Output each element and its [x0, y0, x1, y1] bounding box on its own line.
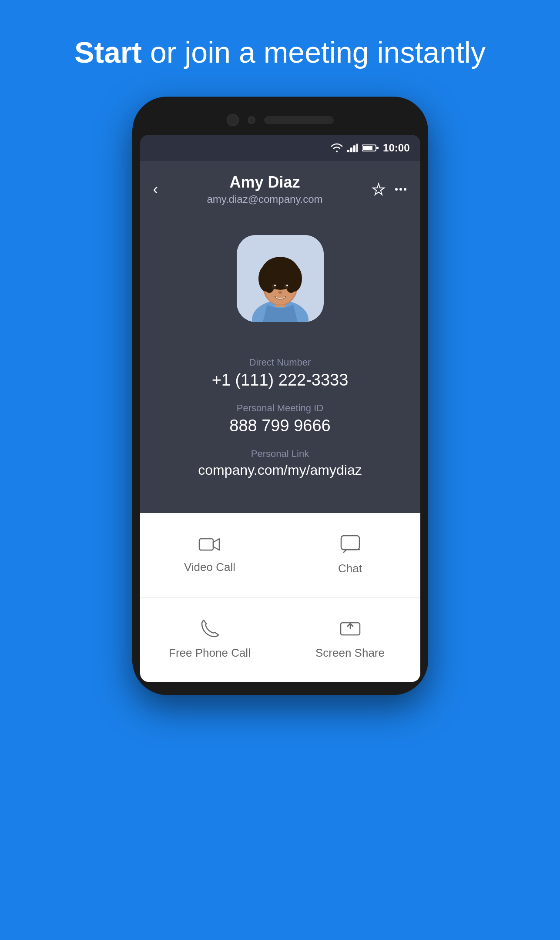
contact-name: Amy Diaz: [207, 173, 322, 191]
avatar: [237, 235, 324, 322]
svg-point-23: [274, 285, 276, 286]
direct-number-label: Direct Number: [149, 357, 412, 368]
more-icon[interactable]: [395, 183, 407, 195]
video-call-button[interactable]: Video Call: [140, 513, 280, 598]
video-call-label: Video Call: [184, 561, 235, 574]
battery-icon: [362, 144, 379, 152]
video-call-icon: [198, 536, 221, 553]
contact-email: amy.diaz@company.com: [207, 193, 322, 205]
svg-rect-27: [341, 536, 359, 550]
chat-label: Chat: [338, 562, 362, 575]
sensor-icon: [248, 116, 255, 124]
signal-icon: [347, 144, 358, 152]
header-bold: Start: [74, 36, 142, 69]
svg-rect-1: [350, 148, 352, 152]
status-bar: 10:00: [140, 135, 420, 161]
phone-screen: 10:00 ‹ Amy Diaz amy.diaz@company.com: [140, 135, 420, 682]
svg-rect-6: [376, 147, 379, 149]
contact-info: Direct Number +1 (111) 222-3333 Personal…: [140, 344, 420, 513]
meeting-id-label: Personal Meeting ID: [149, 403, 412, 414]
svg-point-21: [272, 284, 276, 289]
screen-share-label: Screen Share: [315, 646, 385, 660]
svg-rect-3: [356, 144, 358, 152]
status-icons: 10:00: [331, 142, 409, 154]
svg-point-25: [278, 291, 282, 294]
contact-actions: [371, 182, 407, 197]
personal-link-value: company.com/my/amydiaz: [149, 462, 412, 478]
svg-rect-26: [199, 539, 213, 550]
page-header: Start or join a meeting instantly: [0, 0, 560, 88]
contact-header: ‹ Amy Diaz amy.diaz@company.com: [140, 161, 420, 218]
screen-share-icon: [340, 619, 361, 638]
direct-number-value: +1 (111) 222-3333: [149, 371, 412, 389]
phone-outer: 10:00 ‹ Amy Diaz amy.diaz@company.com: [132, 97, 428, 695]
free-phone-call-button[interactable]: Free Phone Call: [140, 598, 280, 682]
actions-grid: Video Call Chat Free Phone Call: [140, 513, 420, 682]
camera-icon: [227, 114, 239, 126]
meeting-id-value: 888 799 9666: [149, 416, 412, 435]
chat-button[interactable]: Chat: [280, 513, 420, 598]
chat-icon: [340, 535, 360, 554]
svg-rect-0: [347, 150, 349, 152]
avatar-image: [237, 235, 324, 322]
svg-point-9: [404, 188, 406, 191]
speaker-icon: [264, 116, 334, 124]
personal-link-label: Personal Link: [149, 448, 412, 460]
svg-point-22: [284, 284, 288, 289]
svg-point-18: [262, 260, 298, 278]
status-time: 10:00: [383, 142, 409, 154]
header-rest: or join a meeting instantly: [142, 36, 486, 69]
svg-rect-2: [353, 145, 355, 152]
back-button[interactable]: ‹: [153, 180, 158, 198]
contact-title: Amy Diaz amy.diaz@company.com: [207, 173, 322, 205]
phone-mockup: 10:00 ‹ Amy Diaz amy.diaz@company.com: [0, 97, 560, 695]
free-phone-call-label: Free Phone Call: [169, 646, 251, 660]
avatar-area: [140, 218, 420, 344]
phone-icon: [200, 619, 219, 638]
svg-point-7: [395, 188, 398, 191]
svg-point-8: [399, 188, 402, 191]
screen-share-button[interactable]: Screen Share: [280, 598, 420, 682]
star-icon[interactable]: [371, 182, 386, 197]
svg-point-24: [286, 285, 288, 286]
phone-notch: [140, 110, 420, 135]
wifi-icon: [331, 143, 343, 153]
svg-rect-5: [363, 146, 372, 150]
